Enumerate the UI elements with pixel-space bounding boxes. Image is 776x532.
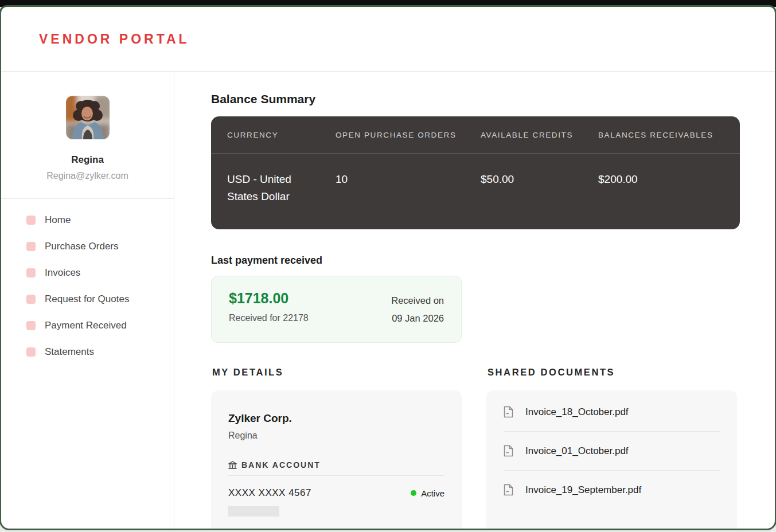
sidebar-item-label: Payment Received bbox=[45, 320, 127, 331]
column-header-currency: CURRENCY bbox=[227, 131, 336, 139]
document-name: Invoice_18_October.pdf bbox=[525, 406, 629, 418]
company-name: Zylker Corp. bbox=[228, 412, 444, 425]
document-item-invoice-18-october-pdf[interactable]: Invoice_18_October.pdf bbox=[486, 393, 737, 431]
balance-summary-title: Balance Summary bbox=[211, 92, 740, 106]
document-name: Invoice_01_October.pdf bbox=[525, 445, 629, 457]
nav-bullet-icon bbox=[26, 295, 36, 304]
shared-documents-card: Invoice_18_October.pdf Invoice_01_Octobe… bbox=[486, 390, 737, 529]
column-header-balances-receivables: BALANCES RECEIVABLES bbox=[598, 131, 724, 139]
sidebar: Regina Regina@zylker.com HomePurchase Or… bbox=[1, 72, 174, 529]
sidebar-item-label: Statements bbox=[45, 346, 94, 358]
balance-summary-table: CURRENCYOPEN PURCHASE ORDERSAVAILABLE CR… bbox=[211, 116, 740, 229]
balance-table-header: CURRENCYOPEN PURCHASE ORDERSAVAILABLE CR… bbox=[211, 116, 740, 154]
last-payment-card: $1718.00 Received for 22178 Received on … bbox=[211, 276, 462, 343]
user-name: Regina bbox=[1, 154, 174, 166]
nav-bullet-icon bbox=[26, 321, 36, 330]
table-row: USD - United States Dollar10$50.00$200.0… bbox=[211, 154, 740, 229]
sidebar-item-label: Invoices bbox=[45, 267, 80, 279]
file-icon bbox=[504, 484, 513, 496]
payment-received-for: Received for 22178 bbox=[229, 313, 309, 323]
document-item-invoice-19-september-pdf[interactable]: Invoice_19_September.pdf bbox=[504, 470, 720, 509]
app-title: VENDOR PORTAL bbox=[39, 32, 190, 47]
table-cell: $50.00 bbox=[481, 171, 598, 205]
loading-placeholder bbox=[228, 506, 279, 517]
nav-bullet-icon bbox=[26, 216, 36, 225]
sidebar-item-invoices[interactable]: Invoices bbox=[1, 260, 174, 286]
active-dot-icon bbox=[411, 490, 416, 496]
sidebar-item-statements[interactable]: Statements bbox=[1, 339, 174, 365]
document-item-invoice-01-october-pdf[interactable]: Invoice_01_October.pdf bbox=[504, 431, 720, 470]
sidebar-item-label: Request for Quotes bbox=[45, 294, 129, 305]
main-content: Balance Summary CURRENCYOPEN PURCHASE OR… bbox=[174, 72, 740, 529]
column-header-open-purchase-orders: OPEN PURCHASE ORDERS bbox=[336, 131, 481, 139]
sidebar-item-label: Home bbox=[45, 214, 71, 226]
divider bbox=[228, 475, 444, 476]
sidebar-item-request-for-quotes[interactable]: Request for Quotes bbox=[1, 286, 174, 312]
user-avatar bbox=[66, 96, 110, 139]
user-profile: Regina Regina@zylker.com bbox=[1, 72, 174, 199]
nav-bullet-icon bbox=[26, 242, 36, 251]
file-icon bbox=[504, 406, 513, 418]
user-email: Regina@zylker.com bbox=[1, 171, 174, 181]
sidebar-item-home[interactable]: Home bbox=[1, 207, 174, 233]
shared-documents-title: SHARED DOCUMENTS bbox=[488, 367, 737, 378]
balance-table-rows: USD - United States Dollar10$50.00$200.0… bbox=[211, 154, 740, 229]
nav-bullet-icon bbox=[26, 268, 36, 277]
sidebar-item-purchase-orders[interactable]: Purchase Orders bbox=[1, 233, 174, 260]
bank-icon bbox=[228, 461, 237, 470]
sidebar-item-payment-received[interactable]: Payment Received bbox=[1, 312, 174, 339]
sidebar-nav: HomePurchase OrdersInvoicesRequest for Q… bbox=[1, 199, 174, 365]
status-badge: Active bbox=[411, 488, 444, 498]
document-name: Invoice_19_September.pdf bbox=[525, 484, 641, 496]
file-icon bbox=[504, 445, 513, 457]
payment-received-on-date: 09 Jan 2026 bbox=[391, 310, 444, 327]
app-header: VENDOR PORTAL bbox=[1, 7, 775, 72]
my-details-title: MY DETAILS bbox=[212, 367, 462, 378]
table-cell: $200.00 bbox=[598, 171, 724, 205]
table-cell: USD - United States Dollar bbox=[227, 171, 313, 205]
payment-received-on-label: Received on bbox=[391, 292, 444, 310]
column-header-available-credits: AVAILABLE CREDITS bbox=[481, 131, 598, 139]
table-cell: 10 bbox=[336, 171, 481, 205]
last-payment-title: Last payment received bbox=[211, 255, 740, 267]
account-number: XXXX XXXX 4567 bbox=[228, 487, 311, 499]
vendor-portal-window: VENDOR PORTAL bbox=[1, 7, 775, 529]
payment-amount: $1718.00 bbox=[229, 290, 309, 307]
nav-bullet-icon bbox=[26, 347, 36, 357]
contact-name: Regina bbox=[228, 431, 444, 441]
status-label: Active bbox=[421, 488, 444, 498]
my-details-card: Zylker Corp. Regina bbox=[211, 390, 462, 529]
bank-account-label: BANK ACCOUNT bbox=[241, 460, 321, 470]
sidebar-item-label: Purchase Orders bbox=[45, 241, 119, 252]
